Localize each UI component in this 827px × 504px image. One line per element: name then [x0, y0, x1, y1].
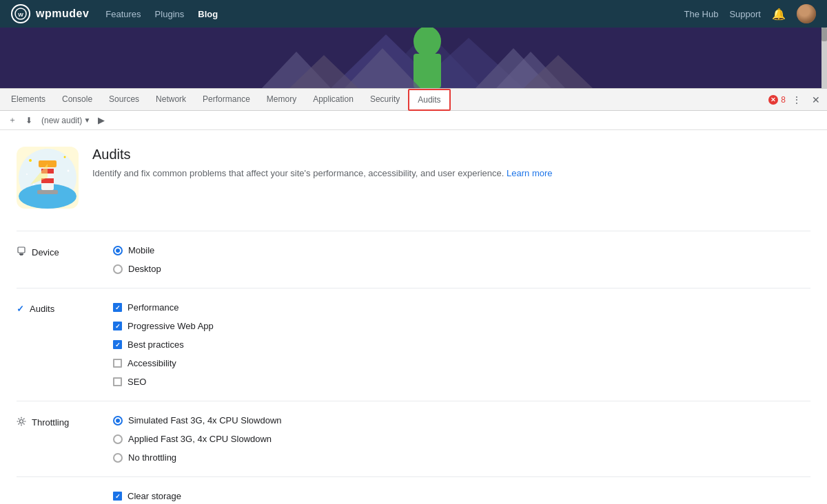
throttling-label: Throttling — [17, 415, 113, 428]
nav-support[interactable]: Support — [729, 9, 761, 19]
audits-title-area: Audits Identify and fix common problems … — [92, 147, 553, 180]
devtools-toolbar: ＋ ⬇ (new audit) ▼ ▶ — [0, 111, 827, 130]
hero-scrollbar[interactable] — [821, 28, 827, 88]
device-desktop-label: Desktop — [128, 264, 161, 274]
audits-checkboxes: ✓ Performance ✓ Progressive Web App ✓ Be… — [113, 302, 810, 387]
throttling-none-option[interactable]: No throttling — [113, 452, 810, 463]
svg-rect-28 — [18, 247, 25, 253]
audit-performance-option[interactable]: ✓ Performance — [113, 302, 810, 313]
devtools-close-icon[interactable]: ✕ — [808, 92, 824, 108]
throttling-section-label: Throttling — [32, 417, 69, 428]
device-mobile-option[interactable]: Mobile — [113, 245, 810, 255]
toolbar-download-icon[interactable]: ⬇ — [22, 114, 36, 127]
svg-rect-22 — [37, 190, 58, 194]
tab-application[interactable]: Application — [305, 89, 362, 111]
svg-point-24 — [64, 156, 66, 158]
audit-pwa-checkbox[interactable]: ✓ — [113, 322, 122, 330]
throttling-applied-option[interactable]: Applied Fast 3G, 4x CPU Slowdown — [113, 434, 810, 444]
audits-section-label: Audits — [30, 304, 54, 314]
device-mobile-radio[interactable] — [113, 246, 123, 255]
error-count: 8 — [781, 95, 786, 105]
tab-performance[interactable]: Performance — [194, 89, 258, 111]
tab-memory[interactable]: Memory — [258, 89, 305, 111]
user-avatar[interactable] — [797, 4, 816, 23]
svg-point-23 — [29, 159, 32, 162]
audits-check-icon: ✓ — [17, 304, 24, 314]
error-badge: ✕ 8 — [768, 95, 786, 105]
audits-title: Audits — [92, 147, 553, 162]
throttling-simulated-option[interactable]: Simulated Fast 3G, 4x CPU Slowdown — [113, 415, 810, 426]
devtools-tab-bar: Elements Console Sources Network Perform… — [0, 89, 827, 111]
clear-storage-checkbox[interactable]: ✓ — [113, 492, 122, 501]
audits-options-label: ✓ Audits — [17, 302, 113, 314]
audit-seo-option[interactable]: SEO — [113, 377, 810, 387]
devtools-more-icon[interactable]: ⋮ — [788, 92, 805, 108]
throttling-simulated-radio[interactable] — [113, 416, 123, 426]
toolbar-add-icon[interactable]: ＋ — [6, 114, 19, 127]
throttling-applied-radio[interactable] — [113, 434, 123, 444]
audit-pwa-label: Progressive Web App — [127, 321, 214, 331]
audit-select[interactable]: (new audit) ▼ — [39, 114, 93, 127]
run-audit-icon[interactable]: ▶ — [96, 115, 107, 126]
error-count-icon: ✕ — [768, 95, 778, 105]
throttling-none-radio[interactable] — [113, 453, 123, 463]
devtools-panel: Elements Console Sources Network Perform… — [0, 88, 827, 130]
audit-seo-checkbox[interactable] — [113, 377, 122, 386]
gear-icon — [17, 417, 26, 428]
throttling-applied-label: Applied Fast 3G, 4x CPU Slowdown — [128, 434, 272, 444]
device-desktop-option[interactable]: Desktop — [113, 264, 810, 274]
hero-illustration — [0, 28, 827, 88]
audit-accessibility-checkbox[interactable] — [113, 359, 122, 368]
audit-accessibility-option[interactable]: Accessibility — [113, 358, 810, 368]
clear-storage-row: ✓ Clear storage — [17, 491, 810, 501]
tab-elements[interactable]: Elements — [3, 89, 54, 111]
nav-blog[interactable]: Blog — [198, 9, 218, 19]
device-section: Device Mobile Desktop — [17, 231, 810, 288]
chevron-down-icon: ▼ — [83, 116, 90, 124]
audit-select-label: (new audit) — [41, 116, 82, 125]
tab-console[interactable]: Console — [54, 89, 101, 111]
svg-rect-7 — [414, 54, 441, 88]
svg-point-27 — [33, 184, 34, 185]
device-mobile-label: Mobile — [128, 245, 154, 255]
device-section-label: Device — [32, 247, 59, 258]
tab-sources[interactable]: Sources — [101, 89, 147, 111]
svg-point-6 — [414, 28, 441, 56]
logo-text: wpmudev — [36, 8, 89, 20]
throttling-options: Simulated Fast 3G, 4x CPU Slowdown Appli… — [113, 415, 810, 463]
nav-links: Features Plugins Blog — [105, 9, 218, 19]
nav-features[interactable]: Features — [105, 9, 141, 19]
nav-plugins[interactable]: Plugins — [155, 9, 185, 19]
audit-bestpractices-label: Best practices — [127, 339, 184, 350]
tab-audits[interactable]: Audits — [408, 89, 450, 111]
audit-pwa-option[interactable]: ✓ Progressive Web App — [113, 321, 810, 331]
logo-icon: W — [11, 4, 30, 23]
top-navigation: W wpmudev Features Plugins Blog The Hub … — [0, 0, 827, 28]
audits-header: Audits Identify and fix common problems … — [17, 147, 810, 209]
hero-banner — [0, 28, 827, 88]
audit-performance-checkbox[interactable]: ✓ — [113, 303, 122, 312]
devtools-content: Audits Identify and fix common problems … — [0, 130, 827, 504]
lighthouse-logo — [17, 147, 79, 209]
audit-accessibility-label: Accessibility — [127, 358, 176, 368]
throttling-none-label: No throttling — [128, 452, 176, 463]
tab-security[interactable]: Security — [362, 89, 408, 111]
clear-storage-option[interactable]: ✓ Clear storage — [113, 491, 181, 501]
device-desktop-radio[interactable] — [113, 264, 123, 274]
svg-rect-30 — [20, 255, 23, 255]
nav-right: The Hub Support 🔔 — [684, 4, 816, 23]
audit-seo-label: SEO — [127, 377, 146, 387]
throttling-section: Throttling Simulated Fast 3G, 4x CPU Slo… — [17, 401, 810, 476]
svg-text:W: W — [18, 12, 23, 18]
nav-the-hub[interactable]: The Hub — [684, 9, 719, 19]
clear-storage-label: Clear storage — [127, 491, 181, 501]
tab-network[interactable]: Network — [147, 89, 194, 111]
audits-description: Identify and fix common problems that af… — [92, 167, 553, 180]
learn-more-link[interactable]: Learn more — [507, 168, 552, 178]
audit-bestpractices-checkbox[interactable]: ✓ — [113, 340, 122, 349]
audit-bestpractices-option[interactable]: ✓ Best practices — [113, 339, 810, 350]
logo-area[interactable]: W wpmudev — [11, 4, 89, 23]
svg-point-31 — [20, 420, 23, 423]
notifications-bell-icon[interactable]: 🔔 — [772, 8, 786, 21]
audit-performance-label: Performance — [127, 302, 178, 313]
